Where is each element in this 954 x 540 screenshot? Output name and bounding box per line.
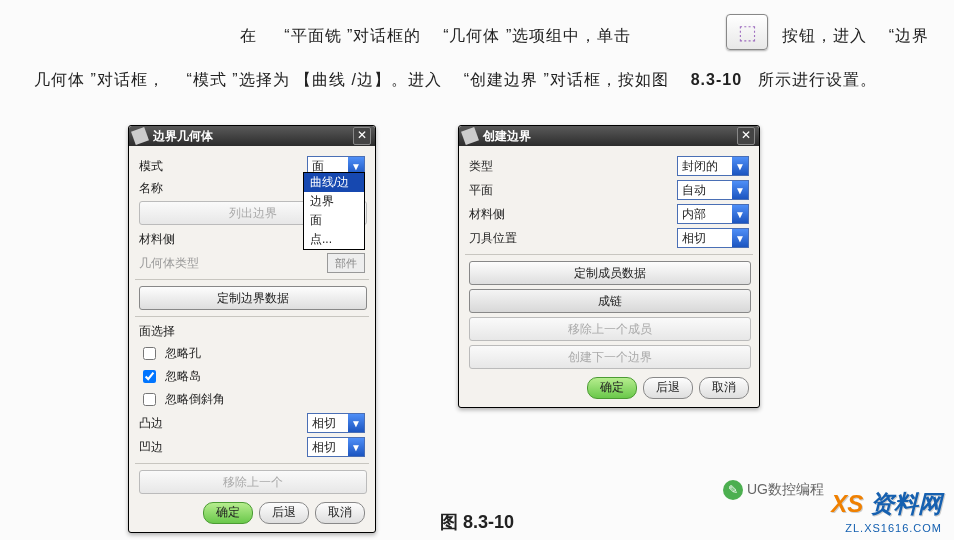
close-button[interactable]: ✕: [353, 127, 371, 145]
back-button[interactable]: 后退: [643, 377, 693, 399]
para-text-right: 按钮，进入 “边界: [782, 22, 929, 51]
ok-button[interactable]: 确定: [587, 377, 637, 399]
mode-option[interactable]: 曲线/边: [304, 173, 364, 192]
plane-combo[interactable]: 自动▼: [677, 180, 749, 200]
convex-label: 凸边: [139, 415, 307, 432]
mode-option[interactable]: 点...: [304, 230, 364, 249]
remove-prev-button: 移除上一个: [139, 470, 367, 494]
close-button[interactable]: ✕: [737, 127, 755, 145]
create-next-boundary-button: 创建下一个边界: [469, 345, 751, 369]
plane-label: 平面: [469, 182, 677, 199]
figure-caption: 图 8.3-10: [0, 510, 954, 534]
cancel-button[interactable]: 取消: [699, 377, 749, 399]
chevron-down-icon: ▼: [732, 229, 748, 247]
type-label: 类型: [469, 158, 677, 175]
wechat-icon: ✎: [723, 480, 743, 500]
concave-combo[interactable]: 相切▼: [307, 437, 365, 457]
boundary-geometry-icon[interactable]: ⬚: [726, 14, 768, 50]
titlebar: 边界几何体 ✕: [129, 126, 375, 146]
mode-dropdown: 曲线/边 边界 面 点...: [303, 172, 365, 250]
dialog-boundary-geometry: 边界几何体 ✕ 模式 面 ▼ 曲线/边 边界 面 点... 名称 列出边界 材料…: [128, 125, 376, 533]
custom-member-data-button[interactable]: 定制成员数据: [469, 261, 751, 285]
watermark-url: ZL.XS1616.COM: [845, 522, 942, 534]
chain-button[interactable]: 成链: [469, 289, 751, 313]
custom-boundary-data-button[interactable]: 定制边界数据: [139, 286, 367, 310]
material-label: 材料侧: [469, 206, 677, 223]
watermark-logo: XS 资料网: [831, 488, 942, 520]
ignore-chamfer-checkbox[interactable]: 忽略倒斜角: [139, 390, 365, 409]
face-selection-section: 面选择: [139, 323, 365, 340]
geom-type-chip: 部件: [327, 253, 365, 273]
titlebar: 创建边界 ✕: [459, 126, 759, 146]
para-text-2: 几何体 ”对话框， “模式 ”选择为 【曲线 /边】。进入 “创建边界 ”对话框…: [34, 66, 877, 95]
tool-pos-label: 刀具位置: [469, 230, 677, 247]
material-combo[interactable]: 内部▼: [677, 204, 749, 224]
pin-icon: [131, 127, 149, 145]
dialog-title: 边界几何体: [153, 126, 353, 146]
mode-option[interactable]: 面: [304, 211, 364, 230]
mode-label: 模式: [139, 158, 307, 175]
wechat-credit: ✎UG数控编程: [723, 480, 824, 500]
ignore-island-checkbox[interactable]: 忽略岛: [139, 367, 365, 386]
tool-pos-combo[interactable]: 相切▼: [677, 228, 749, 248]
mode-option[interactable]: 边界: [304, 192, 364, 211]
chevron-down-icon: ▼: [732, 157, 748, 175]
convex-combo[interactable]: 相切▼: [307, 413, 365, 433]
material-label: 材料侧: [139, 231, 327, 248]
ignore-hole-checkbox[interactable]: 忽略孔: [139, 344, 365, 363]
type-combo[interactable]: 封闭的▼: [677, 156, 749, 176]
chevron-down-icon: ▼: [348, 438, 364, 456]
geom-type-label: 几何体类型: [139, 255, 327, 272]
dialog-create-boundary: 创建边界 ✕ 类型 封闭的▼ 平面 自动▼ 材料侧 内部▼ 刀具位置 相切▼ 定…: [458, 125, 760, 408]
pin-icon: [461, 127, 479, 145]
chevron-down-icon: ▼: [732, 181, 748, 199]
concave-label: 凹边: [139, 439, 307, 456]
remove-prev-member-button: 移除上一个成员: [469, 317, 751, 341]
chevron-down-icon: ▼: [348, 414, 364, 432]
dialog-title: 创建边界: [483, 126, 737, 146]
chevron-down-icon: ▼: [732, 205, 748, 223]
para-text: 在 “平面铣 ”对话框的 “几何体 ”选项组中，单击: [240, 22, 631, 51]
